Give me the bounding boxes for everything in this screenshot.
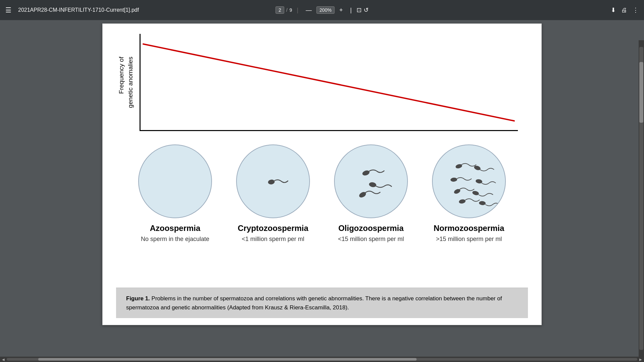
zoom-level-input[interactable]: 200% — [317, 6, 335, 14]
divider2: | — [350, 7, 352, 14]
print-icon[interactable]: 🖨 — [621, 7, 627, 14]
scroll-left-arrow[interactable]: ◀ — [0, 358, 7, 361]
chart-area: Frequency ofgenetic anomalies — [116, 31, 528, 134]
chart-inner — [140, 34, 518, 131]
category-normozoospermia: Normozoospermia >15 million sperm per ml — [429, 144, 509, 243]
normozoospermia-circle — [432, 144, 506, 218]
divider: | — [297, 7, 299, 14]
page-separator: / — [286, 7, 287, 13]
fit-page-icon[interactable]: ⊡ — [357, 6, 362, 14]
svg-point-7 — [450, 177, 458, 182]
content-area: Frequency ofgenetic anomalies Azoo — [0, 20, 644, 362]
svg-point-8 — [475, 179, 483, 184]
more-options-icon[interactable]: ⋮ — [633, 6, 639, 14]
azoospermia-circle — [138, 144, 212, 218]
svg-point-10 — [472, 190, 479, 196]
oligozoospermia-name: Oligozoospermia — [338, 224, 404, 233]
oligozoospermia-desc: <15 million sperm per ml — [338, 236, 404, 243]
scrollbar-thumb[interactable] — [38, 358, 417, 361]
page-number-input[interactable]: 2 — [275, 6, 284, 14]
svg-point-3 — [369, 182, 377, 188]
category-cryptozoospermia: Cryptozoospermia <1 million sperm per ml — [233, 144, 313, 243]
scrollbar-track — [7, 358, 637, 361]
chart-svg — [140, 34, 518, 131]
cryptozoospermia-desc: <1 million sperm per ml — [242, 236, 305, 243]
pdf-page: Frequency ofgenetic anomalies Azoo — [102, 23, 542, 325]
scroll-right-arrow[interactable]: ▶ — [637, 358, 644, 361]
page-total: 9 — [289, 7, 292, 13]
svg-point-12 — [479, 201, 486, 205]
svg-point-2 — [362, 170, 370, 177]
normozoospermia-name: Normozoospermia — [434, 224, 504, 233]
y-axis-text: Frequency ofgenetic anomalies — [117, 57, 135, 108]
caption-body: Problems in the number of spermatozoa an… — [126, 295, 502, 311]
category-oligozoospermia: Oligozoospermia <15 million sperm per ml — [331, 144, 411, 243]
azoospermia-svg — [145, 151, 205, 212]
cryptozoospermia-svg — [243, 151, 303, 212]
toolbar: ☰ 2021APR28-CM-INFERTILITY-1710-Current[… — [0, 0, 644, 20]
svg-point-1 — [268, 179, 275, 185]
bottom-scrollbar: ◀ ▶ — [0, 357, 644, 362]
page-controls: 2 / 9 | — 200% + | ⊡ ↺ — [275, 5, 368, 15]
zoom-out-button[interactable]: — — [303, 5, 315, 15]
toolbar-right: ⬇ 🖨 ⋮ — [611, 6, 639, 14]
rotate-icon[interactable]: ↺ — [364, 6, 369, 14]
oligozoospermia-circle — [334, 144, 408, 218]
right-scroll-track — [639, 47, 643, 350]
oligozoospermia-svg — [341, 151, 401, 212]
svg-point-11 — [459, 199, 466, 204]
download-icon[interactable]: ⬇ — [611, 6, 616, 14]
caption-text: Figure 1. Problems in the number of sper… — [126, 294, 518, 312]
caption-section: Figure 1. Problems in the number of sper… — [116, 288, 528, 318]
right-scroll-thumb[interactable] — [639, 62, 643, 123]
azoospermia-desc: No sperm in the ejaculate — [141, 236, 209, 243]
figure-label: Figure 1. — [126, 295, 150, 302]
normozoospermia-svg — [439, 151, 499, 212]
azoospermia-name: Azoospermia — [150, 224, 201, 233]
circles-section: Azoospermia No sperm in the ejaculate Cr… — [116, 144, 528, 243]
cryptozoospermia-name: Cryptozoospermia — [238, 224, 309, 233]
normozoospermia-desc: >15 million sperm per ml — [436, 236, 502, 243]
cryptozoospermia-circle — [236, 144, 310, 218]
category-azoospermia: Azoospermia No sperm in the ejaculate — [135, 144, 215, 243]
zoom-in-button[interactable]: + — [336, 5, 345, 15]
svg-line-0 — [143, 44, 515, 121]
y-axis-label: Frequency ofgenetic anomalies — [116, 34, 136, 131]
right-scrollbar[interactable] — [639, 40, 644, 357]
menu-icon[interactable]: ☰ — [5, 6, 11, 14]
